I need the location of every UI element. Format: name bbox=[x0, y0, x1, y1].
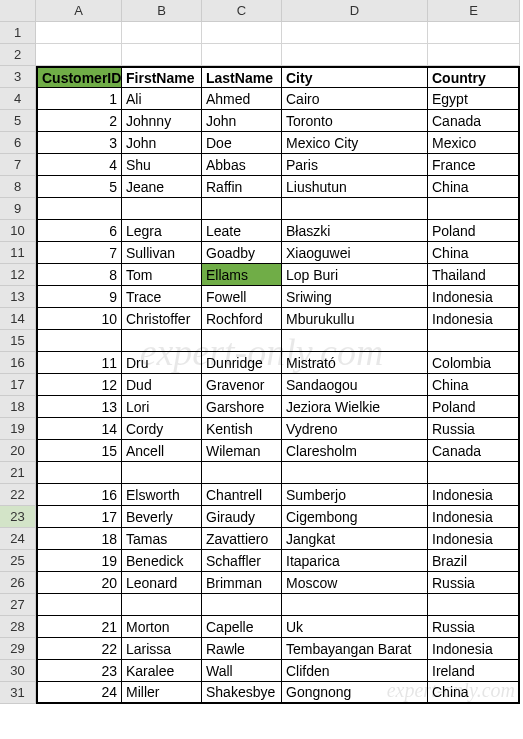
customerid-cell[interactable]: 8 bbox=[36, 264, 122, 286]
firstname-cell[interactable]: Jeane bbox=[122, 176, 202, 198]
city-cell[interactable]: Sumberjo bbox=[282, 484, 428, 506]
firstname-cell[interactable]: Beverly bbox=[122, 506, 202, 528]
select-all-corner[interactable] bbox=[0, 0, 36, 22]
lastname-cell[interactable]: Fowell bbox=[202, 286, 282, 308]
empty-cell[interactable] bbox=[282, 22, 428, 44]
empty-cell[interactable] bbox=[122, 44, 202, 66]
firstname-cell[interactable]: Larissa bbox=[122, 638, 202, 660]
row-header[interactable]: 3 bbox=[0, 66, 36, 88]
country-cell[interactable]: Mexico bbox=[428, 132, 520, 154]
customerid-cell[interactable]: 11 bbox=[36, 352, 122, 374]
empty-cell[interactable] bbox=[428, 44, 520, 66]
firstname-cell[interactable]: John bbox=[122, 132, 202, 154]
firstname-cell[interactable]: Leonard bbox=[122, 572, 202, 594]
table-header[interactable]: FirstName bbox=[122, 66, 202, 88]
country-cell[interactable]: Indonesia bbox=[428, 638, 520, 660]
row-header[interactable]: 18 bbox=[0, 396, 36, 418]
customerid-cell[interactable]: 12 bbox=[36, 374, 122, 396]
firstname-cell[interactable]: Ali bbox=[122, 88, 202, 110]
customerid-cell[interactable] bbox=[36, 462, 122, 484]
lastname-cell[interactable] bbox=[202, 198, 282, 220]
country-cell[interactable]: Indonesia bbox=[428, 286, 520, 308]
firstname-cell[interactable]: Cordy bbox=[122, 418, 202, 440]
country-cell[interactable]: Russia bbox=[428, 572, 520, 594]
row-header[interactable]: 5 bbox=[0, 110, 36, 132]
row-header[interactable]: 19 bbox=[0, 418, 36, 440]
lastname-cell[interactable]: Ellams bbox=[202, 264, 282, 286]
row-header[interactable]: 30 bbox=[0, 660, 36, 682]
row-header[interactable]: 31 bbox=[0, 682, 36, 704]
column-header-B[interactable]: B bbox=[122, 0, 202, 22]
customerid-cell[interactable]: 16 bbox=[36, 484, 122, 506]
country-cell[interactable]: France bbox=[428, 154, 520, 176]
customerid-cell[interactable]: 6 bbox=[36, 220, 122, 242]
city-cell[interactable]: Tembayangan Barat bbox=[282, 638, 428, 660]
lastname-cell[interactable]: Raffin bbox=[202, 176, 282, 198]
country-cell[interactable] bbox=[428, 594, 520, 616]
row-header[interactable]: 9 bbox=[0, 198, 36, 220]
city-cell[interactable] bbox=[282, 330, 428, 352]
city-cell[interactable]: Itaparica bbox=[282, 550, 428, 572]
lastname-cell[interactable]: Dunridge bbox=[202, 352, 282, 374]
city-cell[interactable]: Paris bbox=[282, 154, 428, 176]
lastname-cell[interactable]: Rawle bbox=[202, 638, 282, 660]
firstname-cell[interactable]: Dru bbox=[122, 352, 202, 374]
city-cell[interactable]: Jangkat bbox=[282, 528, 428, 550]
row-header[interactable]: 29 bbox=[0, 638, 36, 660]
row-header[interactable]: 21 bbox=[0, 462, 36, 484]
table-header[interactable]: CustomerID bbox=[36, 66, 122, 88]
firstname-cell[interactable]: Morton bbox=[122, 616, 202, 638]
customerid-cell[interactable]: 18 bbox=[36, 528, 122, 550]
city-cell[interactable]: Claresholm bbox=[282, 440, 428, 462]
table-header[interactable]: Country bbox=[428, 66, 520, 88]
customerid-cell[interactable]: 20 bbox=[36, 572, 122, 594]
firstname-cell[interactable]: Sullivan bbox=[122, 242, 202, 264]
lastname-cell[interactable]: Capelle bbox=[202, 616, 282, 638]
city-cell[interactable]: Clifden bbox=[282, 660, 428, 682]
lastname-cell[interactable]: Kentish bbox=[202, 418, 282, 440]
lastname-cell[interactable]: Doe bbox=[202, 132, 282, 154]
customerid-cell[interactable] bbox=[36, 330, 122, 352]
lastname-cell[interactable] bbox=[202, 462, 282, 484]
row-header[interactable]: 16 bbox=[0, 352, 36, 374]
city-cell[interactable]: Xiaoguwei bbox=[282, 242, 428, 264]
firstname-cell[interactable]: Shu bbox=[122, 154, 202, 176]
customerid-cell[interactable]: 21 bbox=[36, 616, 122, 638]
city-cell[interactable]: Liushutun bbox=[282, 176, 428, 198]
empty-cell[interactable] bbox=[122, 22, 202, 44]
row-header[interactable]: 24 bbox=[0, 528, 36, 550]
country-cell[interactable]: China bbox=[428, 374, 520, 396]
customerid-cell[interactable]: 19 bbox=[36, 550, 122, 572]
city-cell[interactable]: Vydreno bbox=[282, 418, 428, 440]
city-cell[interactable]: Sriwing bbox=[282, 286, 428, 308]
country-cell[interactable]: Canada bbox=[428, 110, 520, 132]
firstname-cell[interactable]: Tamas bbox=[122, 528, 202, 550]
column-header-E[interactable]: E bbox=[428, 0, 520, 22]
row-header[interactable]: 15 bbox=[0, 330, 36, 352]
firstname-cell[interactable]: Elsworth bbox=[122, 484, 202, 506]
lastname-cell[interactable] bbox=[202, 330, 282, 352]
country-cell[interactable] bbox=[428, 198, 520, 220]
country-cell[interactable]: China bbox=[428, 682, 520, 704]
city-cell[interactable] bbox=[282, 462, 428, 484]
country-cell[interactable]: Ireland bbox=[428, 660, 520, 682]
lastname-cell[interactable]: Zavattiero bbox=[202, 528, 282, 550]
country-cell[interactable]: Egypt bbox=[428, 88, 520, 110]
customerid-cell[interactable]: 5 bbox=[36, 176, 122, 198]
firstname-cell[interactable] bbox=[122, 462, 202, 484]
firstname-cell[interactable]: Christoffer bbox=[122, 308, 202, 330]
country-cell[interactable]: Poland bbox=[428, 220, 520, 242]
table-header[interactable]: LastName bbox=[202, 66, 282, 88]
row-header[interactable]: 13 bbox=[0, 286, 36, 308]
city-cell[interactable]: Uk bbox=[282, 616, 428, 638]
firstname-cell[interactable] bbox=[122, 198, 202, 220]
lastname-cell[interactable]: Giraudy bbox=[202, 506, 282, 528]
city-cell[interactable]: Cigembong bbox=[282, 506, 428, 528]
firstname-cell[interactable] bbox=[122, 330, 202, 352]
firstname-cell[interactable]: Trace bbox=[122, 286, 202, 308]
lastname-cell[interactable]: Schaffler bbox=[202, 550, 282, 572]
country-cell[interactable]: Poland bbox=[428, 396, 520, 418]
city-cell[interactable]: Moscow bbox=[282, 572, 428, 594]
lastname-cell[interactable]: Shakesbye bbox=[202, 682, 282, 704]
city-cell[interactable]: Sandaogou bbox=[282, 374, 428, 396]
